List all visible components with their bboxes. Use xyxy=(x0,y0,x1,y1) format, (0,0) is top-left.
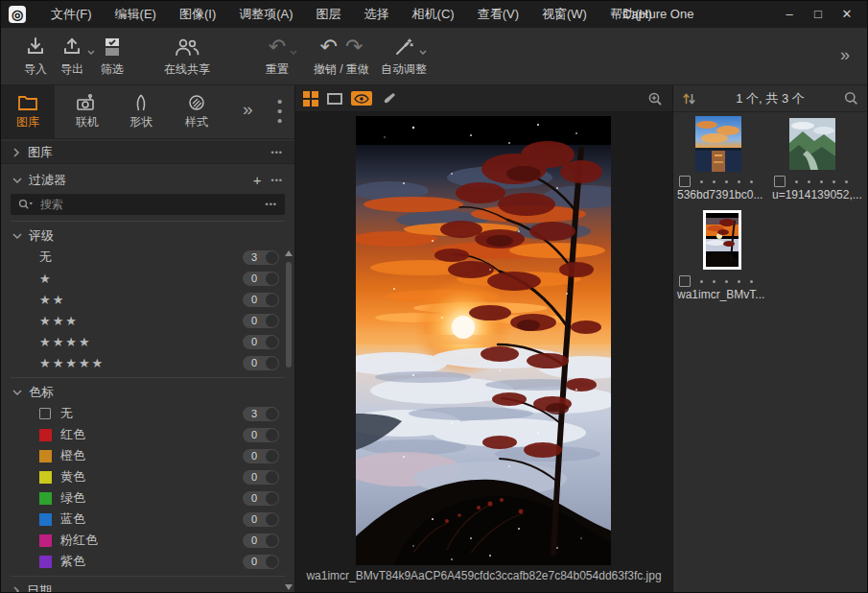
rating-dot[interactable] xyxy=(725,280,728,283)
minimize-button[interactable]: – xyxy=(775,1,804,28)
brush-cursor-icon[interactable] xyxy=(381,91,396,107)
count-toggle[interactable]: 0 xyxy=(243,356,279,370)
rating-dot[interactable] xyxy=(750,180,753,183)
rating-row-2-stars[interactable]: ★★ 0 xyxy=(1,289,294,310)
export-button[interactable]: 导出 xyxy=(60,35,83,78)
count-toggle[interactable]: 0 xyxy=(243,428,279,442)
rating-dot[interactable] xyxy=(750,280,753,283)
add-filter-icon[interactable]: + xyxy=(253,174,262,187)
count-toggle[interactable]: 0 xyxy=(243,314,279,328)
reset-button[interactable]: ↶ 重置 xyxy=(266,35,289,78)
tabstrip-menu-icon[interactable]: ••• xyxy=(277,97,282,126)
import-button[interactable]: 导入 xyxy=(24,35,47,78)
menu-adjustments[interactable]: 调整项(A) xyxy=(227,1,304,28)
rating-dot[interactable] xyxy=(833,180,835,183)
color-row-yellow[interactable]: 黄色 0 xyxy=(1,466,294,487)
count-toggle[interactable]: 0 xyxy=(243,272,279,286)
menu-select[interactable]: 选择 xyxy=(353,1,401,28)
rating-dot[interactable] xyxy=(795,180,798,183)
reset-dropdown-icon[interactable] xyxy=(290,42,297,59)
library-section-header[interactable]: 图库 ••• xyxy=(1,141,294,164)
menu-image[interactable]: 图像(I) xyxy=(168,1,227,28)
color-row-green[interactable]: 绿色 0 xyxy=(1,487,294,509)
tabstrip-expand-chevron-icon[interactable]: » xyxy=(243,99,253,120)
scrollbar-thumb[interactable] xyxy=(286,262,292,368)
auto-adjust-dropdown-icon[interactable] xyxy=(419,42,427,59)
rating-dot[interactable] xyxy=(713,180,716,183)
rating-dot[interactable] xyxy=(725,180,728,183)
tab-library[interactable]: 图库 xyxy=(1,85,55,139)
thumbnail-1-checkbox[interactable] xyxy=(679,176,691,187)
color-row-none[interactable]: 无 3 xyxy=(1,403,294,424)
color-row-red[interactable]: 红色 0 xyxy=(1,424,294,445)
date-section-header[interactable]: 日期 xyxy=(1,581,294,592)
share-button[interactable]: 在线共享 xyxy=(164,35,210,78)
count-toggle[interactable]: 0 xyxy=(243,335,279,349)
rating-dot[interactable] xyxy=(700,180,703,183)
search-input[interactable]: 搜索 ••• xyxy=(11,194,285,215)
proof-view-eye-icon[interactable] xyxy=(351,91,372,106)
toolbar-overflow-chevron-icon[interactable]: » xyxy=(840,45,850,65)
rating-dot[interactable] xyxy=(738,180,740,183)
rating-row-1-star[interactable]: ★ 0 xyxy=(1,268,294,289)
rating-row-none[interactable]: 无 3 xyxy=(1,247,294,268)
count-toggle[interactable]: 0 xyxy=(243,534,279,548)
single-view-icon[interactable] xyxy=(327,93,342,105)
viewer-zoom-icon[interactable] xyxy=(647,91,663,110)
scroll-up-icon[interactable] xyxy=(285,250,293,256)
rating-dot[interactable] xyxy=(845,180,848,183)
rating-row-5-stars[interactable]: ★★★★★ 0 xyxy=(1,352,294,373)
color-row-blue[interactable]: 蓝色 0 xyxy=(1,509,294,530)
undo-icon[interactable]: ↶ xyxy=(320,36,338,58)
thumbnail-2-image[interactable] xyxy=(789,118,835,170)
menu-window[interactable]: 视窗(W) xyxy=(530,1,598,28)
thumbnail-2-checkbox[interactable] xyxy=(774,176,786,187)
tab-styles[interactable]: 样式 xyxy=(170,85,223,139)
search-options-icon[interactable]: ••• xyxy=(266,200,277,209)
scroll-down-icon[interactable] xyxy=(285,584,293,590)
maximize-button[interactable]: □ xyxy=(804,1,833,28)
color-tag-section-header[interactable]: 色标 xyxy=(1,382,294,403)
menu-layers[interactable]: 图层 xyxy=(305,1,353,28)
count-toggle[interactable]: 0 xyxy=(243,449,279,463)
filters-section-header[interactable]: 过滤器 + ••• xyxy=(1,170,294,191)
sort-icon[interactable] xyxy=(682,92,696,106)
count-toggle[interactable]: 0 xyxy=(243,491,279,506)
rating-dot[interactable] xyxy=(820,180,823,183)
thumbnail-3-selection-border[interactable] xyxy=(703,210,741,270)
rating-dot[interactable] xyxy=(700,280,703,283)
export-dropdown-icon[interactable] xyxy=(87,42,95,59)
count-toggle[interactable]: 0 xyxy=(243,470,279,485)
rating-dot[interactable] xyxy=(808,180,810,183)
auto-adjust-button[interactable]: 自动调整 xyxy=(381,35,427,78)
browser-search-icon[interactable] xyxy=(844,91,858,106)
thumbnail-3-checkbox[interactable] xyxy=(679,275,691,287)
thumbnail-3-image[interactable] xyxy=(706,213,739,267)
menu-edit[interactable]: 编辑(E) xyxy=(104,1,168,28)
count-toggle[interactable]: 3 xyxy=(243,250,279,265)
tab-shapes[interactable]: 形状 xyxy=(114,85,168,139)
count-toggle[interactable]: 0 xyxy=(243,555,279,569)
color-row-orange[interactable]: 橙色 0 xyxy=(1,445,294,466)
thumbnail-1-image[interactable] xyxy=(695,116,741,172)
color-row-pink[interactable]: 粉红色 0 xyxy=(1,530,294,551)
menu-file[interactable]: 文件(F) xyxy=(39,1,104,28)
close-button[interactable]: ✕ xyxy=(833,1,861,28)
library-section-menu-icon[interactable]: ••• xyxy=(271,148,283,157)
sidebar-scrollbar[interactable] xyxy=(285,250,293,590)
menu-camera[interactable]: 相机(C) xyxy=(401,1,466,28)
count-toggle[interactable]: 3 xyxy=(243,407,279,421)
filters-menu-icon[interactable]: ••• xyxy=(271,176,283,185)
rating-row-4-stars[interactable]: ★★★★ 0 xyxy=(1,331,294,352)
rating-dot[interactable] xyxy=(738,280,740,283)
menu-view[interactable]: 查看(V) xyxy=(466,1,530,28)
grid-view-icon[interactable] xyxy=(303,91,318,107)
rating-dot[interactable] xyxy=(713,280,716,283)
tab-capture[interactable]: 联机 xyxy=(60,85,114,139)
count-toggle[interactable]: 0 xyxy=(243,512,279,527)
main-image[interactable] xyxy=(356,116,611,565)
color-row-purple[interactable]: 紫色 0 xyxy=(1,551,294,572)
cull-button[interactable]: 筛选 xyxy=(101,35,124,78)
count-toggle[interactable]: 0 xyxy=(243,293,279,307)
rating-section-header[interactable]: 评级 xyxy=(1,225,294,247)
